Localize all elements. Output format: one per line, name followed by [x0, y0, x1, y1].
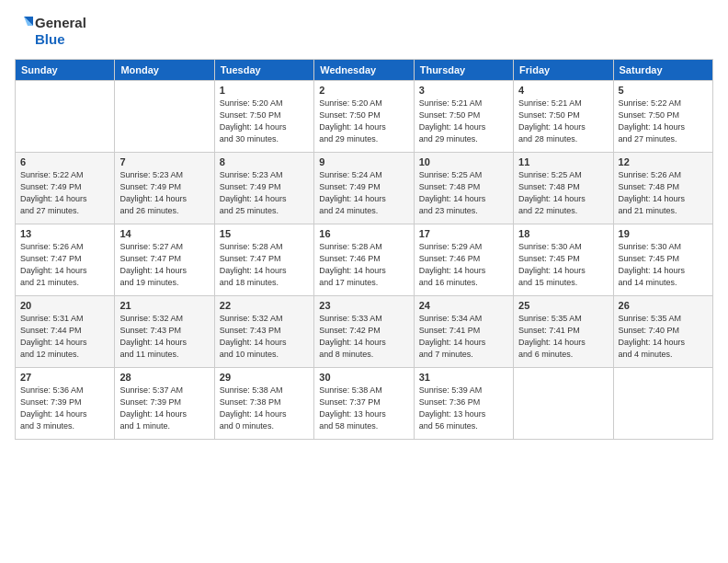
calendar-cell: 20Sunrise: 5:31 AM Sunset: 7:44 PM Dayli… — [16, 296, 115, 368]
weekday-header: Tuesday — [214, 60, 313, 81]
day-info: Sunrise: 5:23 AM Sunset: 7:49 PM Dayligh… — [220, 169, 309, 217]
logo-container: General Blue — [15, 15, 86, 48]
day-number: 16 — [319, 228, 408, 239]
calendar-cell: 31Sunrise: 5:39 AM Sunset: 7:36 PM Dayli… — [414, 368, 513, 440]
day-number: 25 — [518, 300, 608, 311]
day-number: 4 — [518, 85, 608, 96]
day-number: 8 — [220, 156, 309, 167]
calendar-cell: 2Sunrise: 5:20 AM Sunset: 7:50 PM Daylig… — [314, 81, 414, 153]
day-number: 21 — [119, 300, 209, 311]
day-number: 15 — [220, 228, 309, 239]
day-info: Sunrise: 5:22 AM Sunset: 7:49 PM Dayligh… — [20, 169, 109, 217]
page: General Blue SundayMondayTuesdayWednesda… — [0, 0, 728, 563]
logo-blue: Blue — [35, 31, 86, 48]
weekday-header: Sunday — [16, 60, 115, 81]
day-number: 3 — [419, 85, 508, 96]
calendar-week-row: 27Sunrise: 5:36 AM Sunset: 7:39 PM Dayli… — [16, 368, 713, 440]
day-number: 28 — [119, 372, 209, 383]
day-info: Sunrise: 5:26 AM Sunset: 7:48 PM Dayligh… — [619, 169, 708, 217]
day-info: Sunrise: 5:20 AM Sunset: 7:50 PM Dayligh… — [220, 98, 309, 145]
calendar-cell: 13Sunrise: 5:26 AM Sunset: 7:47 PM Dayli… — [16, 224, 115, 296]
calendar-cell: 24Sunrise: 5:34 AM Sunset: 7:41 PM Dayli… — [414, 296, 513, 368]
day-info: Sunrise: 5:30 AM Sunset: 7:45 PM Dayligh… — [518, 241, 608, 289]
day-number: 13 — [20, 228, 109, 239]
day-info: Sunrise: 5:21 AM Sunset: 7:50 PM Dayligh… — [518, 98, 608, 145]
calendar-cell — [514, 368, 613, 440]
calendar-cell: 29Sunrise: 5:38 AM Sunset: 7:38 PM Dayli… — [214, 368, 313, 440]
day-info: Sunrise: 5:29 AM Sunset: 7:46 PM Dayligh… — [419, 241, 508, 289]
calendar-cell: 21Sunrise: 5:32 AM Sunset: 7:43 PM Dayli… — [115, 296, 214, 368]
day-number: 17 — [419, 228, 508, 239]
day-number: 9 — [319, 156, 408, 167]
logo: General Blue — [15, 15, 86, 48]
day-info: Sunrise: 5:30 AM Sunset: 7:45 PM Dayligh… — [619, 241, 708, 289]
day-info: Sunrise: 5:27 AM Sunset: 7:47 PM Dayligh… — [119, 241, 209, 289]
calendar-cell: 12Sunrise: 5:26 AM Sunset: 7:48 PM Dayli… — [613, 153, 712, 224]
calendar-cell: 8Sunrise: 5:23 AM Sunset: 7:49 PM Daylig… — [214, 153, 313, 224]
weekday-header: Friday — [514, 60, 613, 81]
day-number: 31 — [419, 372, 508, 383]
calendar-cell: 9Sunrise: 5:24 AM Sunset: 7:49 PM Daylig… — [314, 153, 414, 224]
weekday-header: Monday — [115, 60, 214, 81]
calendar-cell: 10Sunrise: 5:25 AM Sunset: 7:48 PM Dayli… — [414, 153, 513, 224]
day-info: Sunrise: 5:22 AM Sunset: 7:50 PM Dayligh… — [619, 98, 708, 145]
day-number: 18 — [518, 228, 608, 239]
calendar-cell: 1Sunrise: 5:20 AM Sunset: 7:50 PM Daylig… — [214, 81, 313, 153]
weekday-header: Saturday — [613, 60, 712, 81]
day-number: 20 — [20, 300, 109, 311]
calendar-table: SundayMondayTuesdayWednesdayThursdayFrid… — [15, 59, 713, 440]
calendar-cell: 22Sunrise: 5:32 AM Sunset: 7:43 PM Dayli… — [214, 296, 313, 368]
day-info: Sunrise: 5:32 AM Sunset: 7:43 PM Dayligh… — [119, 313, 209, 361]
day-info: Sunrise: 5:35 AM Sunset: 7:41 PM Dayligh… — [518, 313, 608, 361]
calendar-cell: 15Sunrise: 5:28 AM Sunset: 7:47 PM Dayli… — [214, 224, 313, 296]
calendar-cell — [115, 81, 214, 153]
calendar-cell: 30Sunrise: 5:38 AM Sunset: 7:37 PM Dayli… — [314, 368, 414, 440]
weekday-header: Thursday — [414, 60, 513, 81]
day-info: Sunrise: 5:31 AM Sunset: 7:44 PM Dayligh… — [20, 313, 109, 361]
day-number: 23 — [319, 300, 408, 311]
day-number: 27 — [20, 372, 109, 383]
logo-bird-icon — [15, 15, 33, 48]
day-info: Sunrise: 5:20 AM Sunset: 7:50 PM Dayligh… — [319, 98, 408, 145]
day-info: Sunrise: 5:34 AM Sunset: 7:41 PM Dayligh… — [419, 313, 508, 361]
day-info: Sunrise: 5:25 AM Sunset: 7:48 PM Dayligh… — [419, 169, 508, 217]
day-info: Sunrise: 5:23 AM Sunset: 7:49 PM Dayligh… — [119, 169, 209, 217]
calendar-week-row: 20Sunrise: 5:31 AM Sunset: 7:44 PM Dayli… — [16, 296, 713, 368]
day-info: Sunrise: 5:39 AM Sunset: 7:36 PM Dayligh… — [419, 385, 508, 432]
calendar-cell — [613, 368, 712, 440]
calendar-cell: 7Sunrise: 5:23 AM Sunset: 7:49 PM Daylig… — [115, 153, 214, 224]
day-info: Sunrise: 5:25 AM Sunset: 7:48 PM Dayligh… — [518, 169, 608, 217]
calendar-cell — [16, 81, 115, 153]
day-number: 10 — [419, 156, 508, 167]
header: General Blue — [15, 15, 713, 48]
calendar-cell: 26Sunrise: 5:35 AM Sunset: 7:40 PM Dayli… — [613, 296, 712, 368]
logo-general: General — [35, 15, 86, 31]
day-number: 22 — [220, 300, 309, 311]
day-info: Sunrise: 5:28 AM Sunset: 7:47 PM Dayligh… — [220, 241, 309, 289]
day-info: Sunrise: 5:33 AM Sunset: 7:42 PM Dayligh… — [319, 313, 408, 361]
day-info: Sunrise: 5:21 AM Sunset: 7:50 PM Dayligh… — [419, 98, 508, 145]
day-number: 12 — [619, 156, 708, 167]
day-number: 29 — [220, 372, 309, 383]
day-info: Sunrise: 5:37 AM Sunset: 7:39 PM Dayligh… — [119, 385, 209, 432]
day-number: 24 — [419, 300, 508, 311]
calendar-cell: 4Sunrise: 5:21 AM Sunset: 7:50 PM Daylig… — [514, 81, 613, 153]
calendar-week-row: 1Sunrise: 5:20 AM Sunset: 7:50 PM Daylig… — [16, 81, 713, 153]
day-number: 5 — [619, 85, 708, 96]
calendar-cell: 11Sunrise: 5:25 AM Sunset: 7:48 PM Dayli… — [514, 153, 613, 224]
calendar-cell: 28Sunrise: 5:37 AM Sunset: 7:39 PM Dayli… — [115, 368, 214, 440]
calendar-week-row: 13Sunrise: 5:26 AM Sunset: 7:47 PM Dayli… — [16, 224, 713, 296]
calendar-cell: 5Sunrise: 5:22 AM Sunset: 7:50 PM Daylig… — [613, 81, 712, 153]
weekday-header: Wednesday — [314, 60, 414, 81]
calendar-cell: 23Sunrise: 5:33 AM Sunset: 7:42 PM Dayli… — [314, 296, 414, 368]
day-number: 26 — [619, 300, 708, 311]
calendar-cell: 6Sunrise: 5:22 AM Sunset: 7:49 PM Daylig… — [16, 153, 115, 224]
day-info: Sunrise: 5:24 AM Sunset: 7:49 PM Dayligh… — [319, 169, 408, 217]
day-info: Sunrise: 5:36 AM Sunset: 7:39 PM Dayligh… — [20, 385, 109, 432]
day-info: Sunrise: 5:32 AM Sunset: 7:43 PM Dayligh… — [220, 313, 309, 361]
day-info: Sunrise: 5:38 AM Sunset: 7:38 PM Dayligh… — [220, 385, 309, 432]
day-info: Sunrise: 5:28 AM Sunset: 7:46 PM Dayligh… — [319, 241, 408, 289]
day-number: 1 — [220, 85, 309, 96]
day-number: 19 — [619, 228, 708, 239]
calendar-cell: 14Sunrise: 5:27 AM Sunset: 7:47 PM Dayli… — [115, 224, 214, 296]
